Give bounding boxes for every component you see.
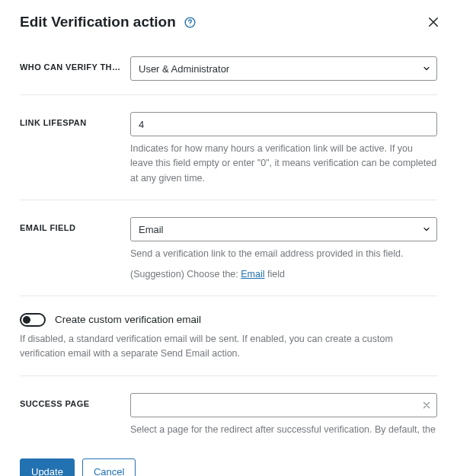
custom-email-toggle[interactable]: [20, 313, 46, 327]
cancel-button[interactable]: Cancel: [82, 458, 136, 476]
email-field-value[interactable]: [130, 217, 437, 241]
dialog-header: Edit Verification action: [20, 14, 437, 30]
help-icon[interactable]: [184, 16, 197, 29]
custom-email-toggle-row: Create custom verification email: [20, 313, 437, 327]
toggle-knob: [23, 316, 30, 324]
success-page-hint: Select a page for the redirect after suc…: [130, 423, 437, 437]
email-field-suggestion-link[interactable]: Email: [241, 269, 264, 280]
email-field-label: EMAIL FIELD: [20, 217, 130, 232]
email-field-hint-2-prefix: (Suggestion) Choose the:: [130, 269, 241, 280]
row-who-can-verify: WHO CAN VERIFY THE S…: [20, 47, 437, 85]
who-can-verify-label: WHO CAN VERIFY THE S…: [20, 56, 130, 72]
custom-email-toggle-label: Create custom verification email: [55, 314, 201, 325]
email-field-hint-2-suffix: field: [265, 269, 285, 280]
row-email-field: EMAIL FIELD Send a verification link to …: [20, 200, 437, 286]
row-link-lifespan: LINK LIFESPAN Indicates for how many hou…: [20, 94, 437, 190]
section-custom-email: Create custom verification email If disa…: [20, 296, 437, 366]
email-field-hint-1: Send a verification link to the email ad…: [130, 247, 437, 261]
svg-point-1: [190, 24, 190, 25]
dialog-title: Edit Verification action: [20, 14, 176, 30]
email-field-select[interactable]: [130, 217, 437, 241]
edit-verification-action-dialog: Edit Verification action WHO CAN VERIFY …: [0, 0, 457, 476]
link-lifespan-label: LINK LIFESPAN: [20, 112, 130, 127]
who-can-verify-value[interactable]: [130, 56, 437, 81]
update-button[interactable]: Update: [20, 458, 75, 476]
success-page-label: SUCCESS PAGE: [20, 393, 130, 408]
custom-email-hint: If disabled, a standard verification ema…: [20, 332, 437, 362]
dialog-footer: Update Cancel: [20, 458, 437, 476]
email-field-hint-2: (Suggestion) Choose the: Email field: [130, 267, 437, 282]
row-success-page: SUCCESS PAGE Select a page for the redir…: [20, 375, 437, 442]
clear-icon[interactable]: [422, 401, 431, 410]
success-page-select[interactable]: [130, 393, 437, 417]
close-button[interactable]: [427, 15, 440, 29]
link-lifespan-hint: Indicates for how many hours a verificat…: [130, 142, 437, 186]
success-page-input[interactable]: [130, 393, 437, 417]
link-lifespan-input[interactable]: [130, 112, 437, 136]
who-can-verify-select[interactable]: [130, 56, 437, 81]
